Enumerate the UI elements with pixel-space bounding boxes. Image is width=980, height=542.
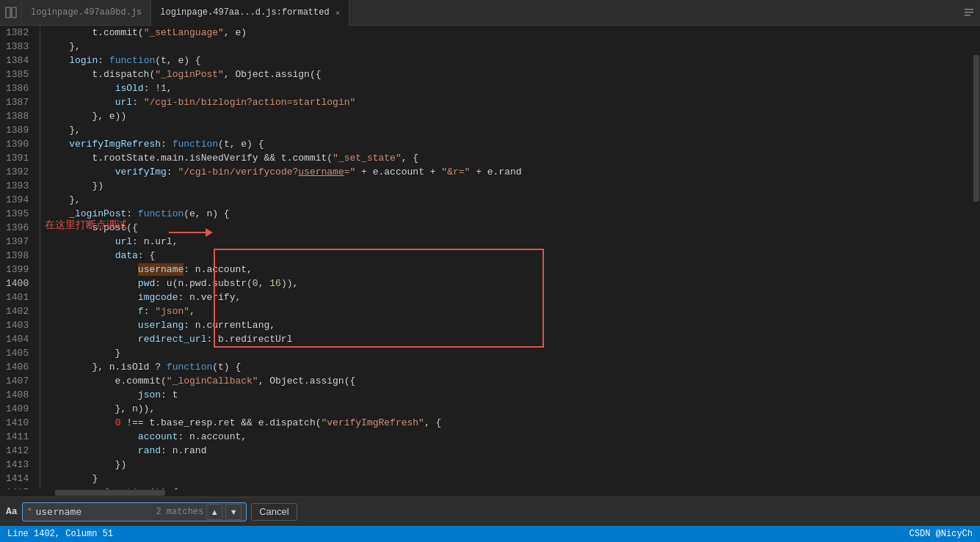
ln-1388: 1388	[6, 109, 32, 123]
ln-1415: 1415	[6, 486, 32, 489]
code-line-1383: },	[46, 40, 973, 54]
search-prev-button[interactable]: ▲	[206, 504, 222, 520]
h-scrollbar-spacer	[0, 489, 40, 497]
h-scrollbar-corner	[973, 489, 980, 497]
code-line-1399: username: n.account,	[46, 263, 973, 277]
ln-1412: 1412	[6, 444, 32, 458]
ln-1399: 1399	[6, 263, 32, 277]
code-editor[interactable]: 在这里打断点调试 t.commit("_setLanguage", e) }, …	[40, 26, 973, 489]
code-line-1393: })	[46, 179, 973, 193]
horizontal-scrollbar-track[interactable]	[40, 489, 973, 497]
tab-2-close[interactable]: ✕	[335, 8, 341, 18]
code-line-1395: _loginPost: function(e, n) {	[46, 207, 973, 221]
code-line-1387: url: "/cgi-bin/bizlogin?action=startlogi…	[46, 95, 973, 109]
ln-1397: 1397	[6, 235, 32, 249]
code-line-1384: login: function(t, e) {	[46, 54, 973, 67]
code-line-1400: pwd: u(n.pwd.substr(0, 16)),	[46, 277, 973, 290]
panel-icon[interactable]	[0, 0, 22, 26]
ln-1385: 1385	[6, 67, 32, 81]
code-line-1388: }, e))	[46, 109, 973, 123]
code-line-1382: t.commit("_setLanguage", e)	[46, 26, 973, 40]
search-next-button[interactable]: ▼	[225, 504, 242, 520]
code-line-1394: },	[46, 193, 973, 207]
code-line-1390: verifyImgRefresh: function(t, e) {	[46, 137, 973, 151]
ln-1391: 1391	[6, 151, 32, 165]
vertical-scrollbar[interactable]	[973, 26, 980, 489]
ln-1389: 1389	[6, 123, 32, 137]
code-line-1409: }, n)),	[46, 402, 973, 416]
code-line-1391: t.rootState.main.isNeedVerify && t.commi…	[46, 151, 973, 165]
code-line-1401: imgcode: n.verify,	[46, 290, 973, 304]
v-scrollbar-thumb[interactable]	[973, 55, 979, 202]
h-scrollbar-thumb[interactable]	[55, 490, 165, 496]
ln-1386: 1386	[6, 81, 32, 95]
code-line-1398: data: {	[46, 249, 973, 263]
svg-rect-2	[965, 9, 973, 10]
status-branding: CSDN @NicyCh	[910, 529, 973, 539]
svg-rect-0	[6, 7, 10, 18]
code-line-1385: t.dispatch("_loginPost", Object.assign({	[46, 67, 973, 81]
ln-1409: 1409	[6, 402, 32, 416]
code-line-1389: },	[46, 123, 973, 137]
code-line-1414: }	[46, 472, 973, 486]
ln-1408: 1408	[6, 388, 32, 402]
ln-1405: 1405	[6, 346, 32, 360]
code-line-1392: verifyImg: "/cgi-bin/verifycode?username…	[46, 165, 973, 179]
code-line-1406: }, n.isOld ? function(t) {	[46, 360, 973, 374]
code-line-1410: 0 !== t.base_resp.ret && e.dispatch("ver…	[46, 416, 973, 430]
search-input[interactable]	[35, 506, 153, 517]
tab-2[interactable]: loginpage.497aa...d.js:formatted ✕	[151, 0, 349, 26]
search-asterisk: *	[27, 506, 33, 517]
more-tabs-icon[interactable]	[958, 0, 980, 26]
status-bar: Line 1402, Column 51 CSDN @NicyCh	[0, 526, 980, 542]
match-count: 2 matches	[156, 507, 203, 517]
ln-1396: 1396	[6, 221, 32, 235]
tab-2-label: loginpage.497aa...d.js:formatted	[160, 7, 329, 18]
code-line-1407: e.commit("_loginCallback", Object.assign…	[46, 374, 973, 388]
ln-1413: 1413	[6, 458, 32, 472]
search-case-label[interactable]: Aa	[6, 506, 18, 517]
code-line-1412: rand: n.rand	[46, 444, 973, 458]
code-line-1404: redirect_url: b.redirectUrl	[46, 332, 973, 346]
ln-1401: 1401	[6, 290, 32, 304]
ln-1410: 1410	[6, 416, 32, 430]
ln-1387: 1387	[6, 95, 32, 109]
line-numbers: 1382 1383 1384 1385 1386 1387 1388 1389 …	[0, 26, 40, 489]
svg-rect-3	[965, 12, 973, 13]
code-line-1408: json: t	[46, 388, 973, 402]
code-line-1396: s.post({	[46, 221, 973, 235]
ln-1407: 1407	[6, 374, 32, 388]
code-line-1386: isOld: !1,	[46, 81, 973, 95]
ln-1398: 1398	[6, 249, 32, 263]
tab-bar: loginpage.497aa0bd.js loginpage.497aa...…	[0, 0, 980, 26]
ln-1414: 1414	[6, 472, 32, 486]
ln-1393: 1393	[6, 179, 32, 193]
ln-1395: 1395	[6, 207, 32, 221]
ln-1382: 1382	[6, 26, 32, 40]
ln-1404: 1404	[6, 332, 32, 346]
code-line-1402: f: "json",	[46, 304, 973, 318]
svg-rect-4	[965, 15, 970, 16]
ln-1383: 1383	[6, 40, 32, 54]
horizontal-scrollbar-container	[0, 489, 980, 497]
status-position: Line 1402, Column 51	[7, 529, 113, 539]
search-bar: Aa * 2 matches ▲ ▼ Cancel	[0, 497, 980, 526]
ln-1411: 1411	[6, 430, 32, 444]
code-line-1405: }	[46, 346, 973, 360]
code-line-1413: })	[46, 458, 973, 472]
ln-1384: 1384	[6, 54, 32, 67]
tab-1[interactable]: loginpage.497aa0bd.js	[22, 0, 151, 26]
ln-1406: 1406	[6, 360, 32, 374]
ln-1394: 1394	[6, 193, 32, 207]
tab-1-label: loginpage.497aa0bd.js	[31, 7, 142, 18]
svg-rect-1	[12, 7, 16, 18]
search-cancel-button[interactable]: Cancel	[251, 503, 297, 521]
ln-1390: 1390	[6, 137, 32, 151]
search-input-wrap: * 2 matches ▲ ▼	[22, 502, 247, 521]
ln-1400: 1400	[6, 277, 32, 290]
ln-1403: 1403	[6, 318, 32, 332]
editor-container: 1382 1383 1384 1385 1386 1387 1388 1389 …	[0, 26, 980, 489]
ln-1392: 1392	[6, 165, 32, 179]
ln-1402: 1402	[6, 304, 32, 318]
code-line-1403: userlang: n.currentLang,	[46, 318, 973, 332]
